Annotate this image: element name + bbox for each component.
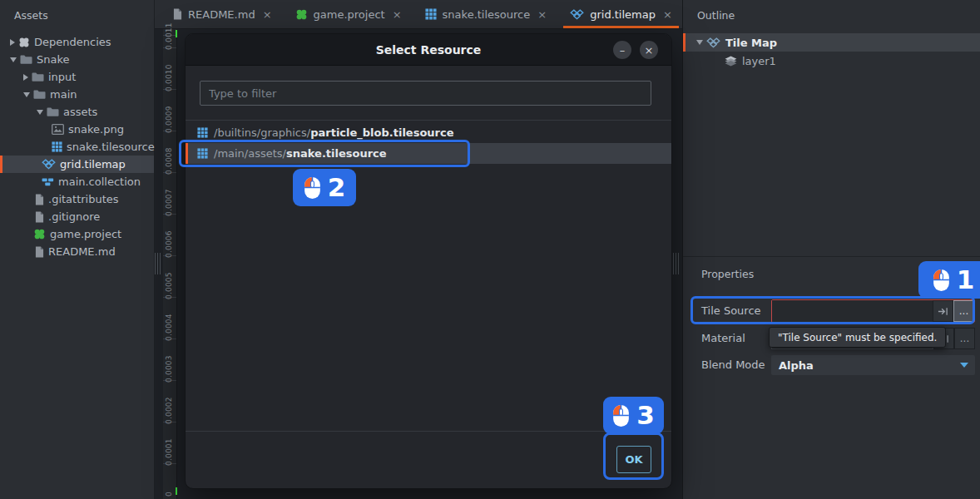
image-icon bbox=[52, 124, 64, 135]
disclosure-collapsed-icon[interactable] bbox=[23, 74, 28, 81]
disclosure-expanded-icon[interactable] bbox=[37, 110, 43, 115]
outline-item-label: layer1 bbox=[742, 55, 776, 67]
project-icon bbox=[295, 8, 308, 21]
annotation-rect-step2 bbox=[179, 140, 470, 167]
section-divider bbox=[683, 256, 980, 257]
minimize-button[interactable]: – bbox=[613, 41, 631, 59]
ruler-tick-label: 0.0001 bbox=[165, 438, 175, 467]
folder-icon bbox=[20, 54, 32, 65]
blend-mode-label: Blend Mode bbox=[701, 358, 765, 371]
ruler-tick-label: 0.0011 bbox=[165, 22, 175, 51]
tree-item-assets-folder[interactable]: assets bbox=[0, 103, 154, 121]
ruler-tick-label: 0.0010 bbox=[165, 64, 175, 92]
outline-properties-panel: Outline Tile Map layer1 Properties Tile … bbox=[682, 0, 980, 499]
layers-icon bbox=[725, 56, 737, 67]
tree-item-label: game.project bbox=[50, 228, 121, 240]
collection-icon bbox=[42, 177, 54, 187]
outline-panel-title: Outline bbox=[683, 0, 980, 22]
disclosure-expanded-icon[interactable] bbox=[10, 57, 17, 62]
tree-item-label: snake.png bbox=[68, 123, 124, 136]
resource-name: particle_blob.tilesource bbox=[310, 126, 453, 139]
assets-panel: Assets Dependencies Snake input main ass… bbox=[0, 0, 155, 499]
tree-item-gitignore[interactable]: .gitignore bbox=[0, 208, 154, 225]
assets-panel-title: Assets bbox=[0, 0, 154, 22]
select-resource-dialog: Select Resource – × /builtins/graphics/p… bbox=[185, 33, 672, 489]
tree-item-dependencies[interactable]: Dependencies bbox=[0, 33, 154, 51]
mouse-click-icon bbox=[933, 269, 950, 292]
tab-label: grid.tilemap bbox=[590, 8, 656, 21]
annotation-badge-step2: 2 bbox=[293, 169, 356, 206]
divider bbox=[186, 120, 671, 121]
material-label: Material bbox=[701, 332, 745, 344]
tree-item-label: main bbox=[50, 88, 77, 101]
filter-input[interactable] bbox=[200, 81, 651, 106]
dependencies-puzzle-icon bbox=[18, 37, 30, 48]
tab-close-icon[interactable]: × bbox=[263, 8, 272, 21]
validation-tooltip: "Tile Source" must be specified. bbox=[769, 327, 946, 348]
ruler-tick-label: 0.0002 bbox=[165, 397, 175, 425]
tree-item-readme[interactable]: README.md bbox=[0, 243, 154, 260]
tab-label: README.md bbox=[188, 8, 255, 21]
tree-item-snake-png[interactable]: snake.png bbox=[0, 121, 154, 138]
tree-item-main-folder[interactable]: main bbox=[0, 86, 154, 103]
tree-item-label: Dependencies bbox=[34, 36, 111, 48]
tree-item-grid-tilemap[interactable]: grid.tilemap bbox=[0, 156, 154, 173]
tab-game-project[interactable]: game.project × bbox=[284, 0, 413, 28]
disclosure-collapsed-icon[interactable] bbox=[10, 39, 15, 46]
tab-close-icon[interactable]: × bbox=[393, 8, 402, 21]
left-splitter-handle[interactable] bbox=[155, 253, 161, 274]
annotation-rect-step3 bbox=[603, 432, 664, 480]
right-splitter-handle[interactable] bbox=[673, 253, 680, 274]
ruler-tick-label: 0.0003 bbox=[165, 355, 175, 383]
resource-path-prefix: /builtins/graphics/ bbox=[214, 126, 310, 139]
outline-item-layer1[interactable]: layer1 bbox=[683, 52, 980, 70]
tree-item-label: README.md bbox=[48, 245, 116, 258]
tab-label: snake.tilesource bbox=[443, 8, 531, 21]
tab-grid-tilemap[interactable]: grid.tilemap × bbox=[558, 0, 684, 28]
tilemap-icon bbox=[42, 159, 56, 170]
mouse-click-icon bbox=[304, 176, 321, 200]
defold-editor-window: { "sidebar": { "title": "Assets", "items… bbox=[0, 0, 980, 499]
ruler-tick-label: 0.0004 bbox=[165, 314, 175, 342]
ruler-tick-label: 0.0007 bbox=[165, 189, 175, 217]
close-button[interactable]: × bbox=[640, 41, 658, 59]
file-icon bbox=[35, 246, 44, 258]
blend-mode-dropdown[interactable]: Alpha bbox=[771, 355, 975, 375]
tree-item-gitattributes[interactable]: .gitattributes bbox=[0, 190, 154, 208]
dropdown-arrow-icon bbox=[960, 363, 968, 368]
outline-item-label: Tile Map bbox=[725, 37, 777, 49]
annotation-number: 1 bbox=[957, 267, 975, 293]
annotation-number: 3 bbox=[636, 403, 655, 428]
disclosure-expanded-icon[interactable] bbox=[696, 40, 703, 45]
tree-item-game-project[interactable]: game.project bbox=[0, 225, 154, 243]
tab-readme[interactable]: README.md × bbox=[161, 0, 284, 28]
tree-item-label: snake.tilesource bbox=[67, 141, 155, 153]
annotation-badge-step3: 3 bbox=[603, 397, 664, 434]
tab-close-icon[interactable]: × bbox=[537, 8, 547, 21]
project-icon bbox=[33, 228, 46, 240]
tree-item-main-collection[interactable]: main.collection bbox=[0, 173, 154, 190]
folder-icon bbox=[33, 89, 46, 100]
tab-snake-tilesource[interactable]: snake.tilesource × bbox=[413, 0, 559, 28]
selection-marker bbox=[0, 156, 2, 173]
dialog-titlebar: Select Resource – × bbox=[186, 34, 671, 66]
folder-icon bbox=[32, 72, 44, 82]
tab-label: game.project bbox=[314, 8, 385, 21]
tree-item-label: input bbox=[48, 71, 76, 83]
tilesource-icon bbox=[425, 8, 437, 20]
tab-close-icon[interactable]: × bbox=[663, 8, 672, 21]
blend-mode-value: Alpha bbox=[779, 359, 814, 372]
tree-item-snake-folder[interactable]: Snake bbox=[0, 51, 154, 68]
dialog-title: Select Resource bbox=[376, 43, 482, 57]
tree-item-input-folder[interactable]: input bbox=[0, 68, 154, 86]
ruler-tick-label: 0.0008 bbox=[165, 147, 175, 175]
disclosure-expanded-icon[interactable] bbox=[23, 92, 30, 97]
tree-item-label: main.collection bbox=[58, 175, 141, 188]
tree-item-label: .gitattributes bbox=[48, 193, 119, 205]
tree-item-snake-tilesource[interactable]: snake.tilesource bbox=[0, 138, 154, 156]
mouse-click-icon bbox=[612, 404, 630, 427]
ruler-origin-marker bbox=[176, 487, 177, 495]
outline-item-tile-map[interactable]: Tile Map bbox=[683, 33, 980, 52]
asset-tree: Dependencies Snake input main assets sna… bbox=[0, 33, 154, 260]
browse-material-button[interactable]: ... bbox=[954, 328, 975, 349]
